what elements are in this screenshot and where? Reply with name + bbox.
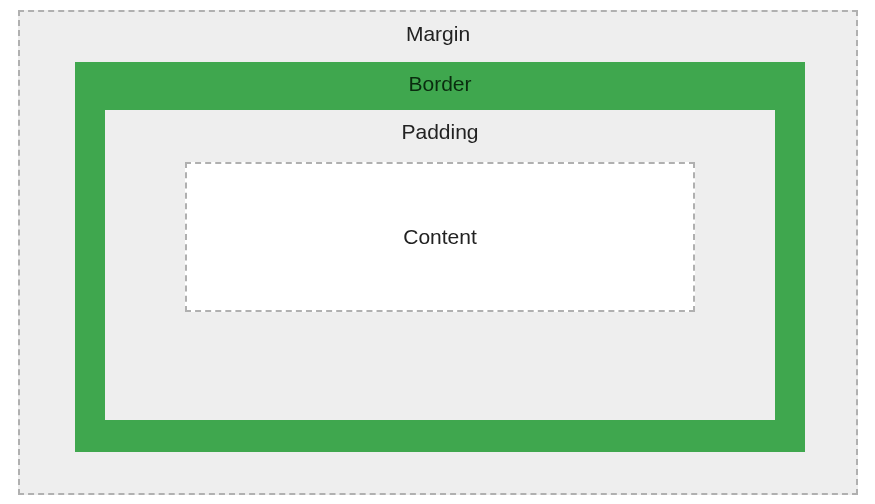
content-region: Content bbox=[185, 162, 695, 312]
margin-label: Margin bbox=[406, 22, 470, 46]
content-label: Content bbox=[403, 225, 477, 249]
margin-region: Margin Border Padding Content bbox=[18, 10, 858, 495]
border-label: Border bbox=[408, 72, 471, 96]
padding-region: Padding Content bbox=[105, 110, 775, 420]
padding-label: Padding bbox=[401, 120, 478, 144]
border-region: Border Padding Content bbox=[75, 62, 805, 452]
